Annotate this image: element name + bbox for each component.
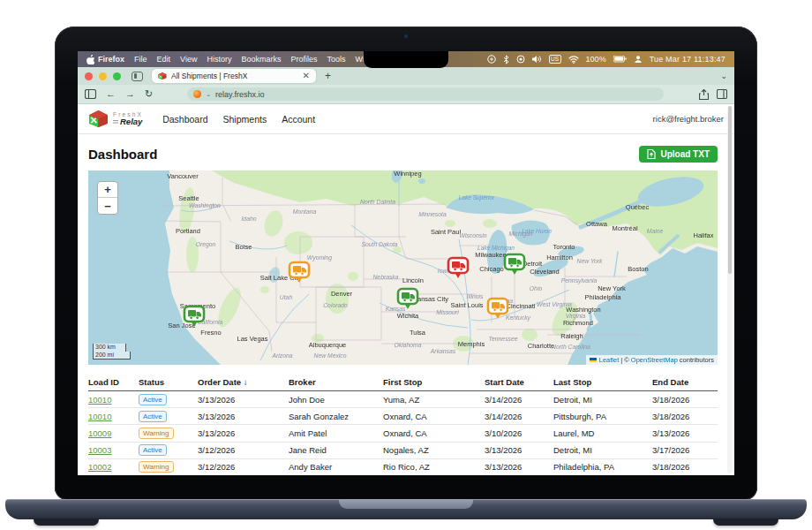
map-label: Richmond [563, 319, 593, 327]
window-controls [85, 72, 121, 80]
brand-logo[interactable]: FreshX Relay [88, 110, 143, 128]
map-label: Wyoming [307, 254, 333, 261]
menubar-item-tools[interactable]: Tools [327, 55, 345, 64]
map-label: Boise [236, 243, 252, 251]
scrollbar-thumb[interactable] [728, 106, 732, 274]
map-label: Utah [280, 294, 293, 300]
tab-list-chevron-icon[interactable]: ⌄ [720, 72, 727, 80]
minimize-window-button[interactable] [99, 72, 107, 80]
load-id-link[interactable]: 10003 [88, 445, 111, 455]
tab-title: All Shipments | FreshX [171, 72, 298, 80]
user-email[interactable]: rick@freight.broker [653, 114, 724, 124]
column-header[interactable]: First Stop [383, 374, 485, 391]
status-badge: Warning [139, 461, 174, 473]
nav-link-account[interactable]: Account [282, 114, 315, 125]
permissions-shield-icon[interactable] [193, 90, 201, 98]
load-id-link[interactable]: 10010 [88, 395, 111, 405]
menubar-item-view[interactable]: View [180, 55, 197, 64]
display-notch [364, 51, 448, 68]
sidebar-toggle-icon[interactable] [85, 89, 96, 99]
zoom-out-button[interactable]: − [98, 198, 117, 214]
menubar-item-firefox[interactable]: Firefox [98, 55, 124, 64]
table-cell: Nogales, AZ [383, 442, 485, 458]
table-row: 10002Warning3/12/2026Andy BakerRio Rico,… [88, 458, 718, 475]
map-label: South Dakota [361, 241, 397, 247]
maximize-window-button[interactable] [113, 72, 121, 80]
firefox-view-icon[interactable] [132, 72, 143, 81]
map-label: Toronto [553, 243, 575, 251]
map-label: Missouri [436, 309, 459, 315]
map-label: Montréal [612, 224, 638, 232]
load-id-link[interactable]: 10002 [88, 462, 111, 472]
menubar-clock[interactable]: Tue Mar 17 11:13:47 [650, 55, 726, 64]
zoom-in-button[interactable]: + [98, 182, 117, 198]
share-icon[interactable] [699, 89, 709, 100]
map-label: Philadelphia [585, 293, 622, 301]
load-id-link[interactable]: 10009 [88, 428, 111, 438]
map-label: North Dakota [360, 199, 395, 205]
control-center-icon[interactable] [487, 55, 496, 64]
column-header[interactable]: Broker [289, 374, 383, 391]
reload-button[interactable]: ↻ [145, 89, 153, 99]
map-label: Wichita [397, 312, 419, 320]
nav-link-dashboard[interactable]: Dashboard [162, 114, 207, 125]
screen-record-icon[interactable] [516, 55, 525, 64]
table-cell: 3/18/2026 [652, 408, 718, 425]
map-label: Milwaukee [475, 251, 506, 259]
map-label: Charlotte [528, 342, 554, 350]
wifi-icon[interactable] [568, 56, 579, 64]
map-label: Tulsa [410, 329, 426, 337]
app-nav: DashboardShipmentsAccount [162, 114, 315, 125]
menubar-item-file[interactable]: File [134, 55, 147, 64]
volume-icon[interactable] [532, 55, 542, 64]
load-id-link[interactable]: 10010 [88, 412, 111, 421]
map-label: Winnipeg [394, 170, 421, 178]
map-label: Virginia [566, 313, 586, 320]
close-window-button[interactable] [85, 72, 93, 80]
table-cell: 3/13/2026 [652, 425, 718, 442]
map-label: Detroit [523, 260, 543, 268]
upload-txt-button[interactable]: Upload TXT [639, 146, 718, 163]
table-cell: 3/12/2026 [198, 458, 289, 475]
url-text[interactable]: relay.freshx.io [215, 90, 264, 99]
permissions-chevron-icon[interactable]: ⌄ [206, 91, 211, 98]
column-header[interactable]: Load ID [88, 374, 139, 391]
column-header[interactable]: Last Stop [553, 374, 652, 391]
tab-close-icon[interactable]: ✕ [303, 72, 310, 80]
menubar-item-history[interactable]: History [207, 55, 231, 64]
attribution-suffix: contributors [680, 356, 714, 364]
map-label: New York [577, 258, 604, 264]
back-button[interactable]: ← [106, 89, 116, 99]
browser-tabbar: All Shipments | FreshX ✕ + ⌄ [78, 67, 734, 85]
table-cell: John Doe [289, 391, 383, 408]
forward-button[interactable]: → [125, 89, 135, 99]
status-badge: Active [139, 444, 167, 456]
map-label: Ohio [530, 285, 543, 292]
scrollbar[interactable] [727, 106, 733, 473]
column-header[interactable]: End Date [652, 374, 718, 391]
url-bar[interactable]: ⌄ relay.freshx.io [187, 87, 664, 101]
panel-icon[interactable] [717, 89, 727, 99]
menubar-item-bookmarks[interactable]: Bookmarks [241, 55, 281, 64]
user-switch-icon[interactable] [634, 55, 643, 64]
map-label: Lincoln [402, 276, 424, 284]
table-cell: 3/17/2026 [652, 442, 718, 458]
osm-link[interactable]: OpenStreetMap [631, 356, 678, 364]
table-cell: 3/10/2026 [485, 425, 553, 442]
nav-link-shipments[interactable]: Shipments [223, 114, 267, 125]
active-tab[interactable]: All Shipments | FreshX ✕ [152, 69, 316, 83]
menubar-item-profiles[interactable]: Profiles [290, 55, 317, 64]
shipments-map[interactable]: VancouverSeattlePortlandBoiseSalt Lake C… [88, 170, 718, 365]
column-header[interactable]: Order Date ↓ [198, 374, 289, 391]
map-label: Kansas [386, 306, 406, 312]
column-header[interactable]: Start Date [485, 374, 553, 391]
map-label: Albuquerque [309, 341, 347, 349]
menubar-item-edit[interactable]: Edit [157, 55, 171, 64]
keyboard-layout-badge[interactable]: US [549, 55, 561, 64]
bluetooth-icon[interactable] [503, 55, 509, 64]
column-header[interactable]: Status [139, 374, 198, 391]
new-tab-button[interactable]: + [325, 71, 331, 81]
table-cell: Detroit, MI [553, 391, 652, 408]
apple-menu-icon[interactable] [86, 55, 94, 64]
leaflet-link[interactable]: Leaflet [599, 356, 620, 364]
